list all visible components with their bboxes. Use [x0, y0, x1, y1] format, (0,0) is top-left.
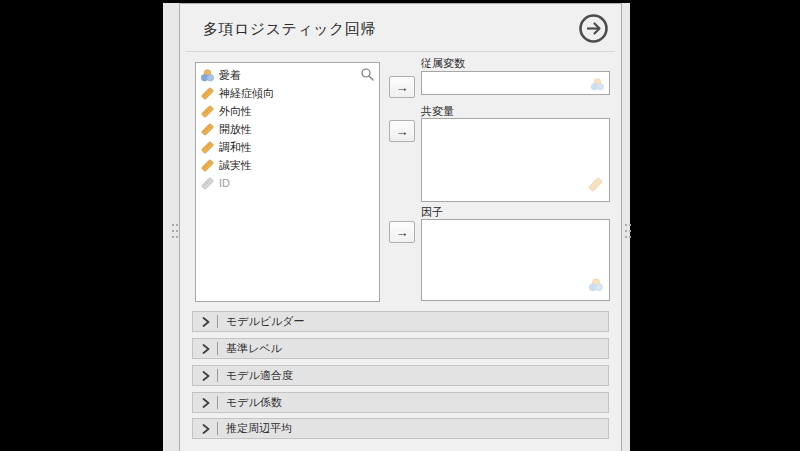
dependent-variable-label: 従属変数: [421, 56, 465, 71]
variable-row[interactable]: 外向性: [196, 102, 379, 120]
section-reference-level[interactable]: 基準レベル: [192, 338, 609, 359]
variable-label: 開放性: [219, 122, 252, 137]
section-model-coefficients[interactable]: モデル係数: [192, 392, 609, 413]
title-separator: [186, 51, 615, 52]
section-divider: [217, 422, 218, 435]
section-label: 推定周辺平均: [226, 421, 292, 436]
section-estimated-marginal-means[interactable]: 推定周辺平均: [192, 418, 609, 439]
variable-label: 誠実性: [219, 158, 252, 173]
chevron-right-icon: [202, 344, 210, 354]
chevron-right-icon: [202, 398, 210, 408]
right-resize-grip[interactable]: [623, 221, 631, 238]
variable-row[interactable]: 愛着: [196, 66, 379, 84]
variable-label: 神経症傾向: [219, 86, 274, 101]
section-label: モデル係数: [226, 395, 282, 410]
available-variables-list[interactable]: 愛着 神経症傾向: [195, 62, 380, 302]
section-model-builder[interactable]: モデルビルダー: [192, 311, 609, 332]
chevron-right-icon: [202, 371, 210, 381]
assign-covariates-button[interactable]: →: [389, 120, 415, 142]
variable-row[interactable]: 調和性: [196, 138, 379, 156]
scale-icon: [201, 159, 214, 172]
section-model-fit[interactable]: モデル適合度: [192, 365, 609, 386]
nominal-allowed-icon: [591, 77, 604, 95]
section-label: 基準レベル: [226, 341, 282, 356]
scale-icon: [201, 123, 214, 136]
section-divider: [217, 369, 218, 382]
section-divider: [217, 396, 218, 409]
scale-icon: [201, 87, 214, 100]
variable-row[interactable]: 開放性: [196, 120, 379, 138]
covariates-label: 共変量: [421, 104, 454, 119]
section-divider: [217, 342, 218, 355]
variable-label: 外向性: [219, 104, 252, 119]
section-divider: [217, 315, 218, 328]
left-resize-grip[interactable]: [170, 221, 178, 238]
scale-icon-disabled: [201, 177, 214, 190]
variable-row[interactable]: ID: [196, 174, 379, 192]
section-label: モデル適合度: [226, 368, 293, 383]
scale-allowed-icon: [588, 177, 603, 196]
variable-label: 愛着: [219, 68, 241, 83]
search-icon[interactable]: [360, 67, 375, 82]
chevron-right-icon: [202, 317, 210, 327]
assign-dependent-button[interactable]: →: [389, 76, 415, 98]
scale-icon: [201, 141, 214, 154]
analysis-title: 多項ロジスティック回帰: [203, 20, 376, 39]
covariates-field[interactable]: [421, 118, 610, 202]
section-label: モデルビルダー: [226, 314, 305, 329]
nominal-icon: [201, 69, 214, 82]
scale-icon: [201, 105, 214, 118]
variable-label: ID: [219, 177, 230, 189]
nominal-allowed-icon: [589, 278, 603, 296]
run-analysis-button[interactable]: [578, 13, 609, 44]
variable-row[interactable]: 神経症傾向: [196, 84, 379, 102]
screen: 多項ロジスティック回帰 愛着: [0, 0, 800, 451]
circle-arrow-icon: [578, 13, 609, 44]
factors-label: 因子: [421, 205, 443, 220]
dependent-variable-field[interactable]: [421, 71, 610, 95]
variable-label: 調和性: [219, 140, 252, 155]
factors-field[interactable]: [421, 219, 610, 301]
assign-factors-button[interactable]: →: [389, 221, 415, 243]
chevron-right-icon: [202, 424, 210, 434]
variable-row[interactable]: 誠実性: [196, 156, 379, 174]
